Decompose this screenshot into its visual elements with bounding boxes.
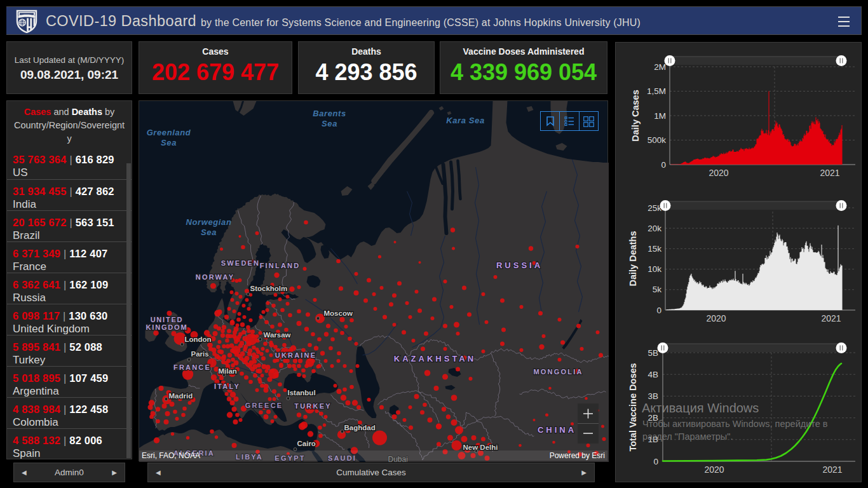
svg-text:KAZAKHSTAN: KAZAKHSTAN — [394, 354, 476, 363]
svg-text:Sea: Sea — [322, 119, 337, 128]
svg-text:Istanbul: Istanbul — [288, 389, 316, 396]
svg-text:Moscow: Moscow — [324, 309, 353, 317]
svg-text:Warsaw: Warsaw — [264, 331, 291, 339]
svg-text:0: 0 — [653, 457, 658, 466]
svg-text:2021: 2021 — [822, 464, 842, 475]
svg-text:MONGOLIA: MONGOLIA — [533, 368, 583, 376]
svg-text:0: 0 — [661, 160, 666, 170]
svg-text:Cairo: Cairo — [297, 440, 316, 447]
svg-text:3B: 3B — [648, 391, 658, 401]
svg-text:4B: 4B — [648, 370, 658, 379]
svg-text:10k: 10k — [648, 264, 661, 274]
svg-text:Greenland: Greenland — [147, 128, 191, 137]
svg-text:2021: 2021 — [821, 313, 841, 323]
svg-text:ITALY: ITALY — [214, 383, 240, 390]
svg-text:Daily Cases: Daily Cases — [630, 90, 641, 141]
svg-text:0: 0 — [656, 306, 661, 315]
svg-text:TURKEY: TURKEY — [294, 402, 331, 410]
svg-text:CHINA: CHINA — [538, 425, 576, 435]
svg-text:Stockholm: Stockholm — [250, 285, 288, 292]
svg-text:FINLAND: FINLAND — [260, 262, 301, 269]
svg-text:2021: 2021 — [820, 168, 839, 178]
svg-text:Madrid: Madrid — [169, 392, 193, 400]
svg-text:FRANCE: FRANCE — [173, 363, 211, 371]
svg-text:Norwegian: Norwegian — [186, 217, 232, 227]
svg-text:25k: 25k — [648, 203, 661, 213]
svg-text:UKRAINE: UKRAINE — [275, 351, 317, 359]
svg-text:SWEDEN: SWEDEN — [221, 259, 260, 267]
svg-text:Kara Sea: Kara Sea — [446, 116, 484, 125]
svg-text:Daily Deaths: Daily Deaths — [628, 231, 638, 286]
svg-text:5B: 5B — [648, 348, 658, 358]
svg-text:2M: 2M — [654, 62, 666, 72]
svg-text:Milan: Milan — [219, 367, 237, 375]
svg-text:2020: 2020 — [706, 313, 726, 323]
svg-text:Barents: Barents — [313, 109, 346, 118]
svg-text:2020: 2020 — [709, 168, 728, 178]
svg-text:NORWAY: NORWAY — [196, 273, 235, 281]
svg-text:GREECE: GREECE — [245, 402, 283, 409]
svg-text:1,5M: 1,5M — [647, 86, 666, 96]
svg-text:500k: 500k — [648, 135, 667, 145]
svg-text:15k: 15k — [648, 244, 661, 254]
svg-text:5k: 5k — [653, 285, 662, 294]
svg-text:London: London — [185, 336, 212, 343]
svg-text:KINGDOM: KINGDOM — [146, 323, 188, 331]
svg-text:20k: 20k — [648, 224, 661, 233]
svg-text:Total Vaccine Doses: Total Vaccine Doses — [628, 363, 638, 451]
svg-text:Paris: Paris — [191, 350, 209, 358]
svg-text:2020: 2020 — [704, 464, 724, 475]
svg-text:Sea: Sea — [201, 227, 217, 237]
svg-text:RUSSIA: RUSSIA — [496, 261, 543, 270]
svg-text:UNITED: UNITED — [151, 316, 184, 323]
svg-text:Baghdad: Baghdad — [344, 424, 376, 431]
svg-text:Sea: Sea — [161, 138, 177, 147]
svg-text:1M: 1M — [654, 111, 666, 121]
